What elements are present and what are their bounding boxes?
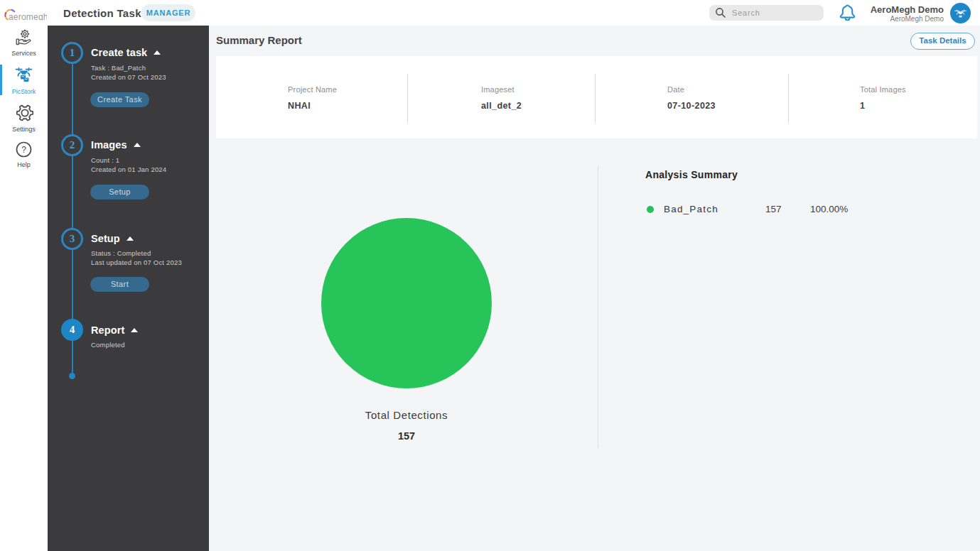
svg-text:aeromegh: aeromegh bbox=[9, 12, 47, 21]
svg-text:?: ? bbox=[21, 145, 26, 155]
